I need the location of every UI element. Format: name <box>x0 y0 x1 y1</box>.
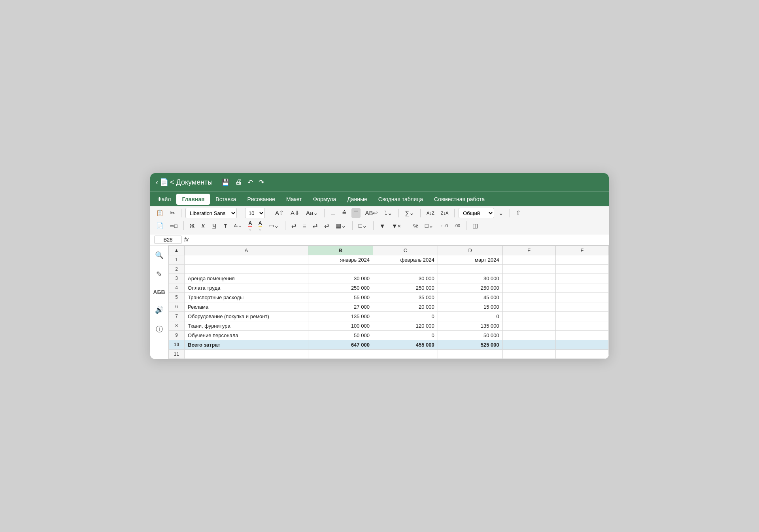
col-header-d[interactable]: D <box>438 245 502 255</box>
col-e-cell[interactable] <box>502 311 555 321</box>
col-c-cell[interactable]: 0 <box>373 311 438 321</box>
currency-btn[interactable]: □⌄ <box>423 221 436 230</box>
copy-btn[interactable]: 📋 <box>154 208 166 218</box>
col-c-cell[interactable]: февраль 2024 <box>373 255 438 264</box>
row-num-cell[interactable]: 3 <box>169 274 185 283</box>
col-b-cell[interactable]: 50 000 <box>308 330 373 340</box>
col-e-cell[interactable] <box>502 255 555 264</box>
format-dropdown-btn[interactable]: ⌄ <box>497 208 506 218</box>
col-a-cell[interactable]: Обучение персонала <box>185 330 308 340</box>
sort-az-btn[interactable]: A↓Z <box>425 209 436 217</box>
col-a-cell[interactable]: Аренда помещения <box>185 274 308 283</box>
col-f-cell[interactable] <box>555 330 608 340</box>
col-b-cell[interactable] <box>308 264 373 274</box>
col-e-cell[interactable] <box>502 274 555 283</box>
col-e-cell[interactable] <box>502 264 555 274</box>
col-a-cell[interactable]: Транспортные расходы <box>185 292 308 302</box>
row-num-cell[interactable]: 6 <box>169 302 185 311</box>
font-increase-btn[interactable]: A⇧ <box>273 208 286 218</box>
col-d-cell[interactable]: 50 000 <box>438 330 502 340</box>
row-num-cell[interactable]: 2 <box>169 264 185 274</box>
align-left-btn[interactable]: ⇄ <box>289 221 298 230</box>
percent-btn[interactable]: % <box>411 221 420 230</box>
align-top-btn[interactable]: ⊥ <box>329 208 338 218</box>
col-d-cell[interactable]: 135 000 <box>438 321 502 330</box>
font-decrease-btn[interactable]: A⇩ <box>289 208 302 218</box>
row-num-cell[interactable]: 10 <box>169 340 185 349</box>
paste-btn[interactable]: 📄 <box>154 221 166 230</box>
col-d-cell[interactable]: 45 000 <box>438 292 502 302</box>
font-color-btn[interactable]: А ⌄ <box>246 219 254 232</box>
select-btn[interactable]: ⇨□ <box>168 222 179 230</box>
col-e-cell[interactable] <box>502 340 555 349</box>
col-header-b[interactable]: B <box>308 245 373 255</box>
text-sidebar-icon[interactable]: АБВ <box>151 287 166 297</box>
audio-sidebar-icon[interactable]: 🔊 <box>153 304 165 316</box>
col-c-cell[interactable]: 30 000 <box>373 274 438 283</box>
back-button[interactable]: ‹ 📄 < Документы <box>156 178 213 187</box>
col-f-cell[interactable] <box>555 292 608 302</box>
col-f-cell[interactable] <box>555 349 608 358</box>
menu-data[interactable]: Данные <box>342 194 373 205</box>
col-f-cell[interactable] <box>555 283 608 292</box>
col-a-cell[interactable]: Реклама <box>185 302 308 311</box>
menu-file[interactable]: Файл <box>152 194 176 205</box>
row-num-cell[interactable]: 1 <box>169 255 185 264</box>
col-d-cell[interactable] <box>438 264 502 274</box>
col-c-cell[interactable]: 120 000 <box>373 321 438 330</box>
row-num-cell[interactable]: 5 <box>169 292 185 302</box>
col-b-cell[interactable]: 55 000 <box>308 292 373 302</box>
formula-input[interactable] <box>191 237 605 243</box>
col-a-cell[interactable]: Оплата труда <box>185 283 308 292</box>
sort-za-btn[interactable]: Z↓A <box>439 209 451 217</box>
sub-super-btn[interactable]: A₂⌄ <box>232 222 244 230</box>
col-b-cell[interactable]: 100 000 <box>308 321 373 330</box>
col-d-cell[interactable]: 525 000 <box>438 340 502 349</box>
col-f-cell[interactable] <box>555 255 608 264</box>
strikethrough-btn[interactable]: Т <box>221 222 230 230</box>
col-e-cell[interactable] <box>502 349 555 358</box>
row-num-cell[interactable]: 11 <box>169 349 185 358</box>
col-d-cell[interactable]: 15 000 <box>438 302 502 311</box>
col-a-cell[interactable] <box>185 264 308 274</box>
text-direction-btn[interactable]: ⤵⌄ <box>382 208 395 218</box>
decimal-right-btn[interactable]: .00 <box>452 222 462 229</box>
col-b-cell[interactable]: 27 000 <box>308 302 373 311</box>
col-a-cell[interactable] <box>185 255 308 264</box>
col-f-cell[interactable] <box>555 302 608 311</box>
align-bot-btn[interactable]: ⊤ <box>351 208 361 218</box>
menu-layout[interactable]: Макет <box>281 194 308 205</box>
wrap-text-btn[interactable]: AB↩ <box>363 208 380 218</box>
menu-home[interactable]: Главная <box>176 194 210 205</box>
filter-btn[interactable]: ▼ <box>378 221 387 230</box>
col-header-e[interactable]: E <box>502 245 555 255</box>
col-b-cell[interactable]: 30 000 <box>308 274 373 283</box>
bold-btn[interactable]: Ж <box>188 222 196 230</box>
underline-btn[interactable]: Ч <box>210 222 219 230</box>
col-a-cell[interactable]: Ткани, фурнитура <box>185 321 308 330</box>
col-header-f[interactable]: F <box>555 245 608 255</box>
align-mid-btn[interactable]: ≙ <box>340 208 349 218</box>
extra-right-btn[interactable]: ◫ <box>470 221 480 230</box>
row-num-cell[interactable]: 9 <box>169 330 185 340</box>
col-header-c[interactable]: C <box>373 245 438 255</box>
col-e-cell[interactable] <box>502 283 555 292</box>
col-c-cell[interactable]: 455 000 <box>373 340 438 349</box>
col-d-cell[interactable]: 0 <box>438 311 502 321</box>
col-d-cell[interactable]: март 2024 <box>438 255 502 264</box>
undo-icon[interactable]: ↶ <box>247 178 253 187</box>
sum-btn[interactable]: ∑⌄ <box>403 208 416 218</box>
menu-pivot[interactable]: Сводная таблица <box>373 194 429 205</box>
menu-insert[interactable]: Вставка <box>210 194 242 205</box>
info-sidebar-icon[interactable]: ⓘ <box>154 323 164 336</box>
italic-btn[interactable]: К <box>199 222 208 230</box>
font-size-select[interactable]: 10 <box>245 208 265 218</box>
justify-btn[interactable]: ⇄ <box>322 221 331 230</box>
col-d-cell[interactable]: 30 000 <box>438 274 502 283</box>
extra-btn[interactable]: ⇧ <box>514 208 523 218</box>
col-f-cell[interactable] <box>555 311 608 321</box>
col-e-cell[interactable] <box>502 292 555 302</box>
align-center-btn[interactable]: ≡ <box>301 221 308 230</box>
col-d-cell[interactable]: 250 000 <box>438 283 502 292</box>
col-d-cell[interactable] <box>438 349 502 358</box>
